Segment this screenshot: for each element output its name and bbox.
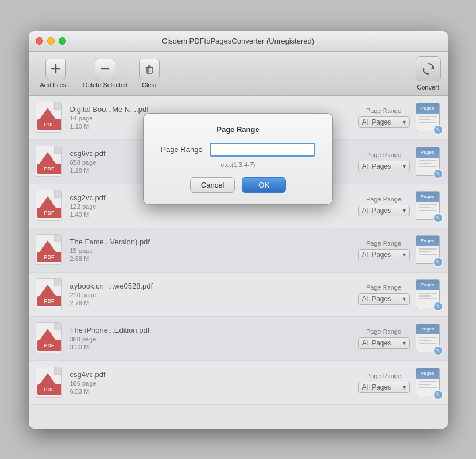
delete-selected-button[interactable]: Delete Selected (79, 56, 133, 91)
maximize-button[interactable] (59, 37, 66, 45)
convert-label: Convert (417, 84, 439, 91)
clear-button[interactable]: Clear (134, 56, 164, 91)
svg-marker-9 (423, 69, 425, 71)
dialog-input-row: Page Range (161, 143, 315, 157)
clear-label: Clear (142, 81, 157, 88)
svg-marker-8 (431, 67, 434, 69)
dialog-overlay: Page Range Page Range e.g.(1,3,4-7) Canc… (29, 96, 448, 429)
convert-icon (416, 56, 441, 81)
add-files-label: Add Files... (40, 81, 72, 88)
title-bar: Cisdem PDFtoPagesConverter (Unregistered… (29, 31, 448, 52)
dialog-buttons: Cancel OK (161, 177, 315, 193)
file-list: PDF Digital Boo...Me N....pdf 14 page 1.… (29, 96, 448, 429)
app-window: Cisdem PDFtoPagesConverter (Unregistered… (29, 31, 448, 429)
window-title: Cisdem PDFtoPagesConverter (Unregistered… (162, 37, 314, 45)
add-files-button[interactable]: Add Files... (36, 56, 76, 91)
convert-button[interactable]: Convert (416, 56, 441, 91)
delete-icon (95, 59, 115, 79)
close-button[interactable] (36, 37, 43, 45)
add-icon (45, 59, 66, 79)
dialog-hint: e.g.(1,3,4-7) (161, 161, 315, 168)
page-range-dialog: Page Range Page Range e.g.(1,3,4-7) Canc… (143, 113, 332, 205)
dialog-title: Page Range (161, 125, 315, 134)
traffic-lights (36, 37, 66, 45)
ok-button[interactable]: OK (242, 177, 286, 193)
minimize-button[interactable] (47, 37, 55, 45)
trash-icon (139, 59, 160, 79)
page-range-input[interactable] (210, 143, 315, 157)
delete-selected-label: Delete Selected (83, 81, 128, 88)
toolbar: Add Files... Delete Selected Clear (29, 52, 448, 96)
svg-rect-3 (147, 67, 152, 73)
dialog-field-label: Page Range (161, 145, 202, 154)
cancel-button[interactable]: Cancel (190, 177, 235, 193)
